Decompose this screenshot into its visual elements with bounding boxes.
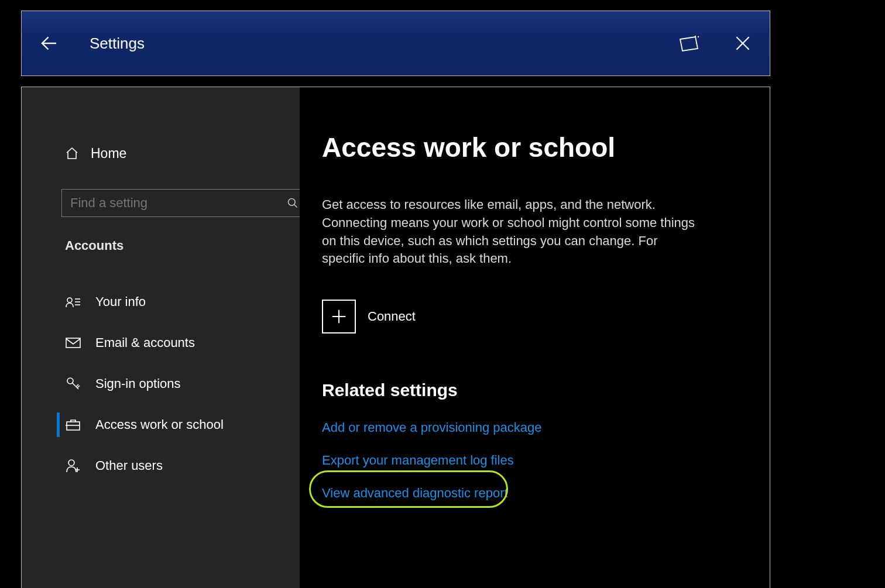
- connect-label[interactable]: Connect: [368, 309, 416, 324]
- briefcase-icon: [65, 418, 81, 431]
- sidebar-home-label: Home: [91, 146, 126, 161]
- sidebar-section-label: Accounts: [22, 238, 300, 253]
- content-pane: Access work or school Get access to reso…: [300, 87, 770, 588]
- svg-rect-11: [67, 422, 80, 430]
- svg-point-13: [68, 460, 74, 466]
- back-button[interactable]: [37, 31, 61, 56]
- titlebar: Settings: [21, 11, 770, 76]
- sidebar: Home Accounts: [22, 87, 300, 588]
- sidebar-item-label: Other users: [95, 458, 163, 473]
- search-icon: [287, 197, 299, 209]
- connect-row[interactable]: Connect: [322, 300, 735, 333]
- sidebar-home[interactable]: Home: [22, 140, 300, 167]
- connect-add-button[interactable]: [322, 300, 356, 333]
- person-card-icon: [65, 295, 81, 308]
- sidebar-item-label: Sign-in options: [95, 376, 181, 391]
- mail-icon: [65, 337, 81, 349]
- svg-line-4: [294, 205, 297, 208]
- home-icon: [65, 146, 80, 160]
- page-description: Get access to resources like email, apps…: [322, 196, 702, 268]
- link-export-log-files[interactable]: Export your management log files: [322, 453, 514, 468]
- tablet-layout-button[interactable]: [674, 28, 704, 59]
- sidebar-item-label: Your info: [95, 294, 146, 310]
- sidebar-item-your-info[interactable]: Your info: [22, 281, 300, 322]
- sidebar-item-label: Email & accounts: [95, 335, 195, 350]
- page-heading: Access work or school: [322, 132, 735, 163]
- key-icon: [65, 376, 81, 391]
- sidebar-item-signin-options[interactable]: Sign-in options: [22, 363, 300, 404]
- window-title: Settings: [90, 35, 650, 53]
- sidebar-item-access-work-school[interactable]: Access work or school: [22, 404, 300, 445]
- person-plus-icon: [65, 458, 81, 473]
- related-heading: Related settings: [322, 380, 735, 400]
- sidebar-item-email-accounts[interactable]: Email & accounts: [22, 322, 300, 363]
- link-advanced-diagnostic[interactable]: View advanced diagnostic report: [322, 486, 508, 501]
- close-button[interactable]: [728, 28, 758, 59]
- sidebar-item-label: Access work or school: [95, 417, 224, 432]
- sidebar-nav: Your info Email & accounts: [22, 281, 300, 486]
- settings-window: Home Accounts: [21, 87, 770, 588]
- svg-rect-9: [66, 338, 80, 348]
- svg-point-3: [289, 199, 296, 206]
- search-input-wrap[interactable]: [61, 189, 307, 217]
- svg-point-5: [67, 298, 72, 302]
- link-provisioning-package[interactable]: Add or remove a provisioning package: [322, 420, 541, 435]
- sidebar-item-other-users[interactable]: Other users: [22, 445, 300, 486]
- search-input[interactable]: [70, 195, 287, 211]
